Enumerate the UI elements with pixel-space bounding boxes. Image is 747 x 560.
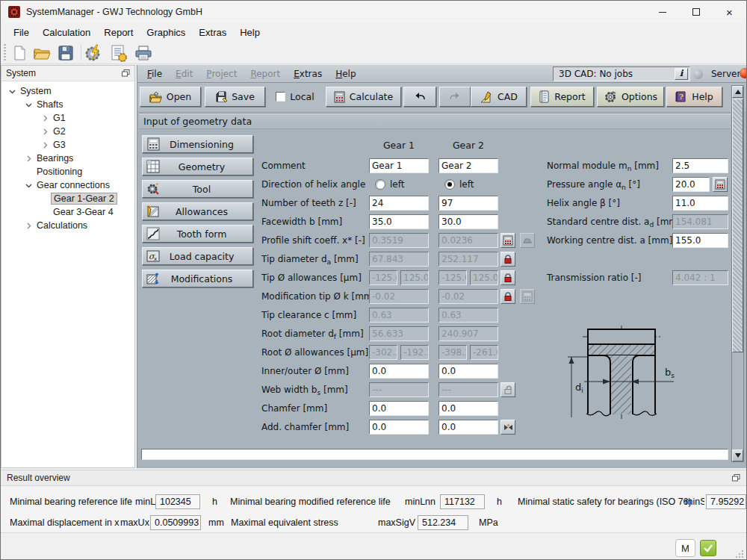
label-helix-direction: Direction of helix angle xyxy=(261,177,365,192)
new-document-button[interactable] xyxy=(10,43,29,62)
chamfer-gear2-field[interactable]: 0.0 xyxy=(438,401,498,416)
tree-item-shafts[interactable]: Shafts xyxy=(1,98,134,111)
add-chamfer-gear1-field[interactable]: 0.0 xyxy=(369,420,429,435)
tree-item-system[interactable]: System xyxy=(1,84,134,98)
pressure-angle-field[interactable]: 20.0 xyxy=(672,177,710,192)
nav-allowances-button[interactable]: Allowances xyxy=(142,202,253,220)
cad-info-button[interactable]: i xyxy=(675,68,688,80)
tree-item-g1[interactable]: G1 xyxy=(1,111,134,125)
scroll-up-button[interactable] xyxy=(732,86,743,98)
tree-item-positioning[interactable]: Positioning xyxy=(1,165,134,178)
web-width-gear2-field: --- xyxy=(438,382,498,397)
report-settings-button[interactable] xyxy=(109,43,128,62)
nav-tooth-form-button[interactable]: Tooth form xyxy=(142,225,253,243)
chevron-right-icon[interactable] xyxy=(39,128,51,135)
open-file-button[interactable] xyxy=(32,43,52,62)
modification-tip-lock-button[interactable] xyxy=(500,289,515,304)
web-width-lock-button[interactable] xyxy=(500,382,515,397)
profile-shift-calculator-button[interactable] xyxy=(500,233,515,248)
nav-modifications-button[interactable]: Modifications xyxy=(142,270,253,287)
chevron-right-icon[interactable] xyxy=(22,155,34,162)
facewidth-gear1-field[interactable]: 35.0 xyxy=(369,214,429,229)
local-checkbox[interactable] xyxy=(276,92,285,102)
app-menu-file[interactable]: File xyxy=(140,66,169,82)
open-button[interactable]: Open xyxy=(140,87,201,107)
menu-calculation[interactable]: Calculation xyxy=(36,25,97,40)
redo-button xyxy=(439,87,471,107)
calculation-button[interactable] xyxy=(84,43,104,62)
inner-outer-gear2-field[interactable]: 0.0 xyxy=(438,364,498,379)
float-panel-icon[interactable] xyxy=(122,69,130,77)
helix-left-radio-gear1[interactable] xyxy=(375,179,385,190)
menu-help[interactable]: Help xyxy=(233,25,267,40)
status-ok-button[interactable] xyxy=(700,540,716,556)
tree-item-g2[interactable]: G2 xyxy=(1,125,134,138)
app-menu-help[interactable]: Help xyxy=(329,66,362,82)
tip-diameter-lock-button[interactable] xyxy=(500,252,515,267)
add-chamfer-detail-button[interactable] xyxy=(500,420,515,435)
checkmark-icon xyxy=(703,544,713,553)
pressure-angle-calculator-button[interactable] xyxy=(713,177,728,192)
facewidth-gear2-field[interactable]: 30.0 xyxy=(438,214,498,229)
close-button[interactable]: × xyxy=(713,1,746,23)
root-allowance-gear2-lower-field: -398.3 xyxy=(438,345,467,360)
chevron-right-icon[interactable] xyxy=(22,223,34,229)
help-button[interactable]: ?Help xyxy=(666,87,722,107)
chevron-down-icon[interactable] xyxy=(22,182,34,189)
add-chamfer-gear2-field[interactable]: 0.0 xyxy=(438,420,498,435)
local-checkbox-group[interactable]: Local xyxy=(269,87,321,107)
tree-item-bearings[interactable]: Bearings xyxy=(1,152,134,165)
tree-item-gear1-gear2[interactable]: Gear 1-Gear 2 xyxy=(1,192,134,205)
teeth-gear1-field[interactable]: 24 xyxy=(369,196,429,211)
chevron-down-icon[interactable] xyxy=(22,102,34,108)
tip-allowances-lock-button[interactable] xyxy=(500,270,515,285)
options-button[interactable]: Options xyxy=(597,87,664,107)
tree-item-gear-connections[interactable]: Gear connections xyxy=(1,178,134,192)
label-root-diameter: Root diameter df [mm] xyxy=(261,326,364,341)
cad-button[interactable]: CAD xyxy=(471,87,527,107)
calculate-button[interactable]: Calculate xyxy=(326,87,401,107)
tree-item-calculations[interactable]: Calculations xyxy=(1,219,134,232)
geometry-icon xyxy=(145,159,161,174)
vertical-scrollbar[interactable] xyxy=(731,85,744,462)
nav-geometry-button[interactable]: Geometry xyxy=(142,158,253,175)
maximize-button[interactable] xyxy=(679,1,713,23)
app-menu-extras[interactable]: Extras xyxy=(287,66,329,82)
chevron-right-icon[interactable] xyxy=(39,115,51,122)
helix-angle-field[interactable]: 11.0 xyxy=(672,196,728,211)
teeth-gear2-field[interactable]: 97 xyxy=(438,196,498,211)
menu-file[interactable]: File xyxy=(7,25,36,40)
save-button[interactable] xyxy=(56,43,75,62)
tip-clearance-gear2-field: 0.63 xyxy=(438,308,498,323)
working-centre-distance-field[interactable]: 155.0 xyxy=(672,233,728,248)
svg-text:x: x xyxy=(154,256,157,262)
print-button[interactable] xyxy=(134,43,153,62)
nav-dimensioning-button[interactable]: Dimensioning xyxy=(142,135,253,153)
scrollbar-thumb[interactable] xyxy=(732,99,743,352)
report-button[interactable]: Report xyxy=(530,87,594,107)
normal-module-field[interactable]: 2.5 xyxy=(672,158,728,173)
mode-button[interactable]: M xyxy=(675,539,695,557)
inner-outer-gear1-field[interactable]: 0.0 xyxy=(369,364,429,379)
chevron-right-icon[interactable] xyxy=(39,142,51,149)
menu-extras[interactable]: Extras xyxy=(192,25,233,40)
comment-gear1-field[interactable]: Gear 1 xyxy=(369,158,429,173)
scroll-down-button[interactable] xyxy=(732,449,743,461)
tree-item-g3[interactable]: G3 xyxy=(1,138,134,152)
nav-tool-button[interactable]: Tool xyxy=(142,180,253,198)
resize-grip[interactable] xyxy=(734,549,745,559)
save-button[interactable]: Save xyxy=(205,87,265,107)
menu-graphics[interactable]: Graphics xyxy=(140,25,192,40)
comment-gear2-field[interactable]: Gear 2 xyxy=(438,158,498,173)
undo-button[interactable] xyxy=(403,87,436,107)
nav-load-capacity-button[interactable]: σxLoad capacity xyxy=(142,247,253,265)
chevron-down-icon[interactable] xyxy=(6,88,18,95)
minimize-button[interactable] xyxy=(645,1,679,23)
tree-item-gear3-gear4[interactable]: Gear 3-Gear 4 xyxy=(1,205,134,219)
selected-tree-item[interactable]: Gear 1-Gear 2 xyxy=(51,193,117,205)
chamfer-gear1-field[interactable]: 0.0 xyxy=(369,401,429,416)
helix-left-radio-gear2[interactable] xyxy=(444,179,455,190)
lock-closed-icon xyxy=(503,291,513,302)
float-panel-icon[interactable] xyxy=(732,474,740,482)
menu-report[interactable]: Report xyxy=(97,25,140,40)
